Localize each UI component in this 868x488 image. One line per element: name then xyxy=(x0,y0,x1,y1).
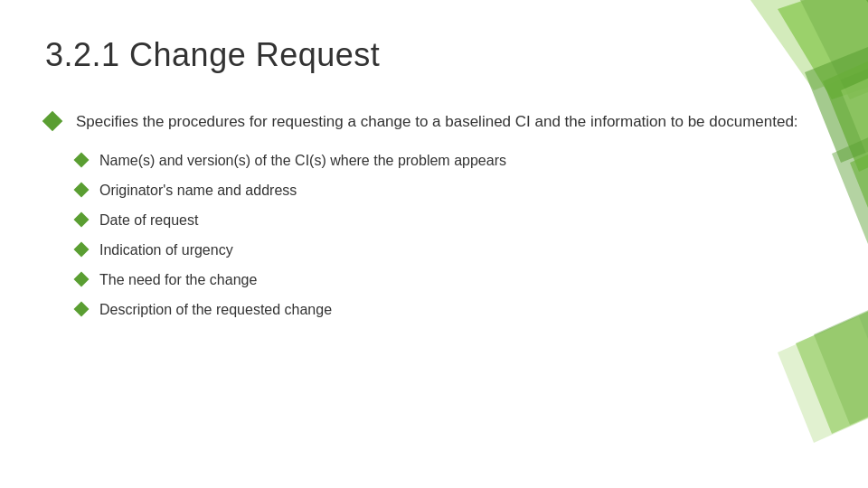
sub-bullet-3: Date of request xyxy=(76,210,823,230)
sub-bullet-4: Indication of urgency xyxy=(76,239,823,260)
sub-bullet-text-4: Indication of urgency xyxy=(99,239,233,260)
sub-bullet-text-6: Description of the requested change xyxy=(99,299,332,320)
main-bullet-text-content: Specifies the procedures for requesting … xyxy=(76,113,798,130)
slide-content: 3.2.1 Change Request Specifies the proce… xyxy=(0,0,868,357)
main-bullet-item: Specifies the procedures for requesting … xyxy=(45,110,823,134)
sub-bullet-1: Name(s) and version(s) of the CI(s) wher… xyxy=(76,150,823,171)
sub-bullet-diamond-6 xyxy=(74,302,90,317)
sub-bullet-5: The need for the change xyxy=(76,269,823,290)
sub-bullet-diamond-1 xyxy=(74,152,90,167)
sub-bullet-diamond-4 xyxy=(74,242,90,258)
slide-title: 3.2.1 Change Request xyxy=(45,36,823,74)
main-bullet-text: Specifies the procedures for requesting … xyxy=(76,110,798,134)
slide: 3.2.1 Change Request Specifies the proce… xyxy=(0,0,868,488)
sub-bullet-diamond-5 xyxy=(74,272,90,287)
sub-bullet-2: Originator's name and address xyxy=(76,180,823,201)
sub-bullet-text-2: Originator's name and address xyxy=(99,180,297,201)
sub-bullet-text-1: Name(s) and version(s) of the CI(s) wher… xyxy=(99,150,506,171)
sub-bullet-6: Description of the requested change xyxy=(76,299,823,320)
main-bullet-diamond xyxy=(42,111,63,132)
sub-bullet-text-3: Date of request xyxy=(99,210,198,230)
sub-bullets-list: Name(s) and version(s) of the CI(s) wher… xyxy=(76,150,823,321)
sub-bullet-text-5: The need for the change xyxy=(99,269,257,290)
sub-bullet-diamond-2 xyxy=(74,182,90,197)
sub-bullet-diamond-3 xyxy=(74,211,90,227)
